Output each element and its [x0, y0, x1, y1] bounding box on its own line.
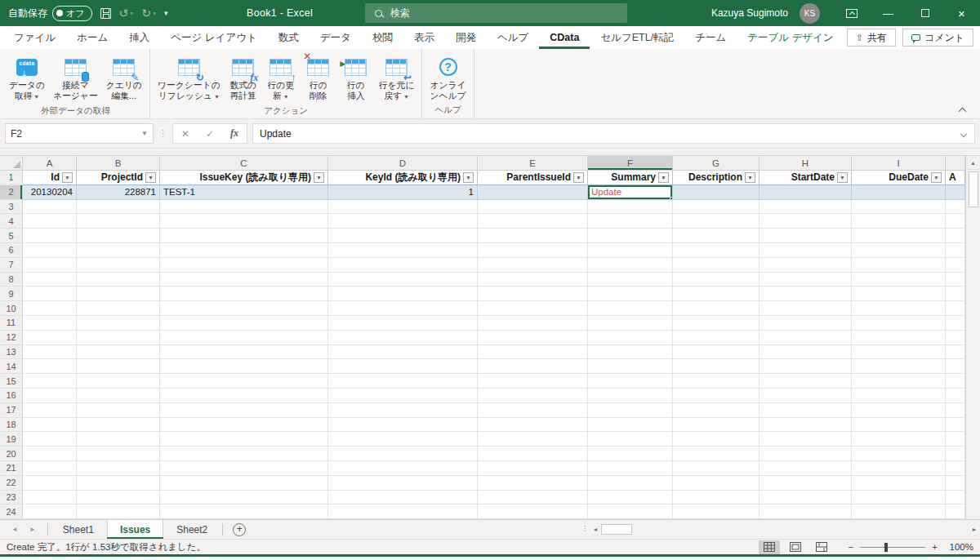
- undo-button[interactable]: ↺▾: [119, 7, 134, 20]
- cell-I5[interactable]: [852, 229, 946, 243]
- row-header-13[interactable]: 13: [0, 345, 23, 360]
- autosave-toggle-pill[interactable]: オフ: [52, 6, 92, 21]
- cell-A10[interactable]: [23, 301, 77, 316]
- cell-F14[interactable]: [588, 359, 673, 374]
- cell-B7[interactable]: [77, 258, 160, 273]
- cell-H6[interactable]: [760, 243, 852, 258]
- cell-I7[interactable]: [852, 258, 946, 273]
- row-header-16[interactable]: 16: [0, 389, 23, 403]
- collapse-ribbon-button[interactable]: [959, 107, 967, 113]
- fill-handle[interactable]: [670, 197, 673, 200]
- cell-G16[interactable]: [673, 389, 760, 403]
- cell-H7[interactable]: [760, 258, 852, 273]
- cell-H16[interactable]: [760, 389, 852, 403]
- cell-A3[interactable]: [23, 200, 77, 215]
- filter-dropdown-icon[interactable]: ▼: [745, 172, 755, 183]
- cell-B4[interactable]: [77, 214, 160, 229]
- row-header-8[interactable]: 8: [0, 273, 23, 287]
- cell-C15[interactable]: [160, 374, 328, 389]
- cell-A4[interactable]: [23, 214, 77, 229]
- save-button[interactable]: [100, 8, 111, 19]
- cell-F3[interactable]: [588, 200, 673, 215]
- name-box[interactable]: F2 ▼: [5, 123, 154, 144]
- cell-D16[interactable]: [328, 389, 478, 403]
- tab-data[interactable]: データ: [310, 26, 362, 49]
- data-cell-B2[interactable]: 228871: [77, 185, 160, 200]
- cell-E11[interactable]: [478, 316, 588, 331]
- header-cell-partial[interactable]: A: [946, 171, 965, 185]
- cell-G23[interactable]: [673, 491, 760, 505]
- cell-partial19[interactable]: [946, 432, 965, 447]
- cell-B10[interactable]: [77, 301, 160, 316]
- cell-B24[interactable]: [77, 504, 160, 519]
- data-cell-H2[interactable]: [760, 185, 852, 200]
- zoom-level[interactable]: 100%: [942, 542, 973, 552]
- cell-F10[interactable]: [588, 301, 673, 316]
- cell-F13[interactable]: [588, 345, 673, 360]
- formula-input[interactable]: Update: [252, 123, 975, 144]
- cell-G17[interactable]: [673, 403, 760, 418]
- horizontal-scrollbar[interactable]: ◄ ►: [590, 522, 980, 536]
- column-header-E[interactable]: E: [478, 156, 588, 171]
- cell-E7[interactable]: [478, 258, 588, 273]
- cell-B21[interactable]: [77, 461, 160, 476]
- cell-A7[interactable]: [23, 258, 77, 273]
- cell-C24[interactable]: [160, 504, 328, 519]
- cell-partial12[interactable]: [946, 331, 965, 345]
- cell-D24[interactable]: [328, 504, 478, 519]
- tab-file[interactable]: ファイル: [3, 26, 66, 49]
- minimize-button[interactable]: —: [870, 0, 906, 26]
- cell-H19[interactable]: [760, 432, 852, 447]
- cell-F24[interactable]: [588, 504, 673, 519]
- cell-partial24[interactable]: [946, 504, 965, 519]
- cell-I17[interactable]: [852, 403, 946, 418]
- filter-dropdown-icon[interactable]: ▼: [145, 172, 156, 183]
- cell-C13[interactable]: [160, 345, 328, 360]
- tab-home[interactable]: ホーム: [66, 26, 118, 49]
- cell-E19[interactable]: [478, 432, 588, 447]
- cell-G5[interactable]: [673, 229, 760, 243]
- cell-H5[interactable]: [760, 229, 852, 243]
- cell-H22[interactable]: [760, 476, 852, 491]
- cell-partial16[interactable]: [946, 389, 965, 403]
- cell-B15[interactable]: [77, 374, 160, 389]
- horizontal-scroll-thumb[interactable]: [601, 524, 632, 535]
- row-header-6[interactable]: 6: [0, 243, 23, 258]
- cell-C22[interactable]: [160, 476, 328, 491]
- cell-B19[interactable]: [77, 432, 160, 447]
- cell-F5[interactable]: [588, 229, 673, 243]
- column-header-H[interactable]: H: [760, 156, 852, 171]
- cell-D12[interactable]: [328, 331, 478, 345]
- tab-help[interactable]: ヘルプ: [487, 26, 539, 49]
- data-cell-G2[interactable]: [673, 185, 760, 200]
- data-cell-D2[interactable]: 1: [328, 185, 478, 200]
- cell-D9[interactable]: [328, 287, 478, 301]
- tab-page-layout[interactable]: ページ レイアウト: [160, 26, 268, 49]
- cell-C8[interactable]: [160, 273, 328, 287]
- data-cell-C2[interactable]: TEST-1: [160, 185, 328, 200]
- sheet-nav-right-icon[interactable]: ►: [29, 526, 36, 533]
- cell-A18[interactable]: [23, 418, 77, 433]
- cell-D21[interactable]: [328, 461, 478, 476]
- data-cell-A2[interactable]: 20130204: [23, 185, 77, 200]
- cell-H3[interactable]: [760, 200, 852, 215]
- cell-C9[interactable]: [160, 287, 328, 301]
- cell-D7[interactable]: [328, 258, 478, 273]
- column-header-F[interactable]: F: [588, 156, 673, 171]
- cell-A21[interactable]: [23, 461, 77, 476]
- cell-B12[interactable]: [77, 331, 160, 345]
- row-header-21[interactable]: 21: [0, 461, 23, 476]
- insert-function-button[interactable]: fx: [222, 127, 247, 140]
- cell-E4[interactable]: [478, 214, 588, 229]
- cell-F17[interactable]: [588, 403, 673, 418]
- cell-C17[interactable]: [160, 403, 328, 418]
- cell-F19[interactable]: [588, 432, 673, 447]
- cell-I24[interactable]: [852, 504, 946, 519]
- cell-C6[interactable]: [160, 243, 328, 258]
- row-header-17[interactable]: 17: [0, 403, 23, 418]
- cell-E18[interactable]: [478, 418, 588, 433]
- cell-D6[interactable]: [328, 243, 478, 258]
- column-header-G[interactable]: G: [673, 156, 760, 171]
- cell-partial20[interactable]: [946, 447, 965, 461]
- row-header-11[interactable]: 11: [0, 316, 23, 331]
